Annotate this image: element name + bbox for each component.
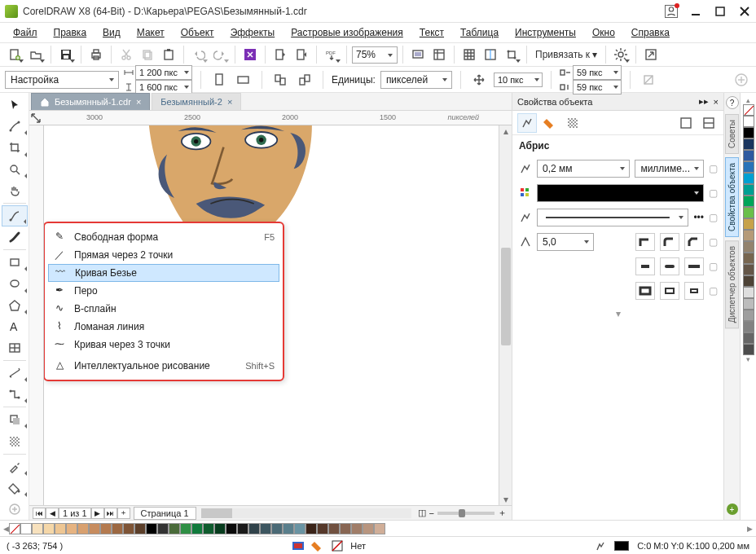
flyout-polyline[interactable]: ⌇Ломаная линия [45,318,283,336]
hswatch[interactable] [191,523,203,534]
curve-tool[interactable] [2,205,28,226]
connector-tool[interactable] [2,384,28,405]
swatch[interactable] [743,150,754,161]
help-hint-icon[interactable]: ? [726,96,739,109]
docker-mode1-icon[interactable] [676,113,696,133]
hswatch[interactable] [146,523,157,534]
status-fill-icon[interactable] [311,539,324,552]
hswatch[interactable] [20,523,32,534]
swatch[interactable] [743,264,754,275]
flyout-freehand[interactable]: ✎Свободная формаF5 [45,228,283,246]
outline-color-select[interactable] [537,184,704,202]
status-nofill-icon[interactable] [331,539,344,552]
outline-tab-icon[interactable] [517,113,537,133]
hswatch[interactable] [134,523,146,534]
fill-tool[interactable] [2,477,28,499]
zoom-in-button[interactable]: ＋ [498,507,507,519]
vtab-hints[interactable]: Советы [725,114,739,154]
pick-tool[interactable] [2,95,28,116]
account-icon[interactable] [665,5,678,18]
swatch[interactable] [743,344,754,355]
print-button[interactable] [86,45,106,64]
hswatch[interactable] [317,523,328,534]
hscroll-thumb[interactable] [201,508,232,518]
shape-tool[interactable] [2,116,28,137]
treat-as-filled-button[interactable] [639,70,658,90]
add-docker-icon[interactable]: + [727,503,738,515]
hswatch[interactable] [89,523,100,534]
swatch[interactable] [743,241,754,253]
crop-tool[interactable] [2,137,28,158]
hswatch[interactable] [351,523,363,534]
hswatch[interactable] [32,523,43,534]
page-width-input[interactable]: 1 200 пкс [135,65,192,80]
hswatch[interactable] [66,523,77,534]
undo-button[interactable] [189,45,209,64]
swatch[interactable] [743,230,754,241]
hswatch[interactable] [100,523,112,534]
swatch[interactable] [743,127,754,138]
hswatch[interactable] [237,523,248,534]
open-button[interactable] [26,45,46,64]
corner-bevel-button[interactable] [684,233,704,251]
miter-limit-input[interactable]: 5,0 [537,233,594,251]
portrait-button[interactable] [209,70,229,90]
hswatch-none[interactable] [9,523,20,534]
snap-options-button[interactable] [502,45,521,64]
page-height-input[interactable]: 1 600 пкс [135,80,192,95]
outline-settings-button[interactable]: ••• [693,212,704,223]
eyedropper-tool[interactable] [2,456,28,477]
ruler-vertical[interactable] [29,125,44,505]
hswatch[interactable] [112,523,123,534]
zoom-slider[interactable] [437,512,494,515]
vtab-object-properties[interactable]: Свойства объекта [725,157,739,237]
hswatch[interactable] [226,523,237,534]
hswatch[interactable] [203,523,214,534]
hswatch[interactable] [77,523,89,534]
dup-y-input[interactable]: 59 пкс [573,80,622,95]
horizontal-scrollbar[interactable] [201,508,411,518]
quick-customize-button[interactable] [2,499,28,520]
flyout-2point-line[interactable]: ／Прямая через 2 точки [45,246,283,264]
landscape-button[interactable] [234,70,253,90]
publish-pdf-button[interactable]: PDF [322,45,341,64]
import-button[interactable] [270,45,290,64]
swatch[interactable] [743,275,754,287]
cap-square-button[interactable] [684,257,704,275]
fill-tab-icon[interactable] [540,113,560,133]
hswatch[interactable] [260,523,271,534]
outline-units-select[interactable]: миллиме... [635,160,704,178]
menu-text[interactable]: Текст [413,25,451,40]
docker-mode2-icon[interactable] [699,113,719,133]
vertical-scrollbar[interactable]: ▴ ▾ [499,125,512,505]
paste-button[interactable] [159,45,178,64]
vscroll-thumb[interactable] [501,248,511,345]
menu-table[interactable]: Таблица [454,25,505,40]
hswatch[interactable] [169,523,180,534]
position-outside-button[interactable] [635,282,655,300]
ruler-origin-icon[interactable] [29,112,42,125]
swatch[interactable] [743,332,754,344]
zoom-tool[interactable] [2,159,28,180]
ruler-horizontal[interactable]: 3000 2500 2000 1500 пикселей [29,111,512,125]
hswatch[interactable] [363,523,374,534]
export-button[interactable] [292,45,311,64]
drop-shadow-tool[interactable] [2,409,28,430]
hswatch[interactable] [328,523,340,534]
minimize-button[interactable] [689,5,702,18]
page-prev-button[interactable]: ◀ [46,508,59,519]
guides-button[interactable] [481,45,500,64]
options-button[interactable] [611,45,631,64]
show-rulers-button[interactable] [429,45,449,64]
new-button[interactable] [5,45,24,64]
page-preset-select[interactable]: Настройка [5,71,119,89]
fullscreen-preview-button[interactable] [408,45,428,64]
copy-button[interactable] [138,45,157,64]
cap-round-button[interactable] [660,257,679,275]
color-palette-vertical[interactable]: ▴ ▾ [740,93,756,520]
swatch[interactable] [743,207,754,218]
current-page-button[interactable] [295,70,314,90]
cap-butt-button[interactable] [635,257,655,275]
add-preset-button[interactable] [732,70,751,90]
status-outline-swatch[interactable] [614,541,629,551]
